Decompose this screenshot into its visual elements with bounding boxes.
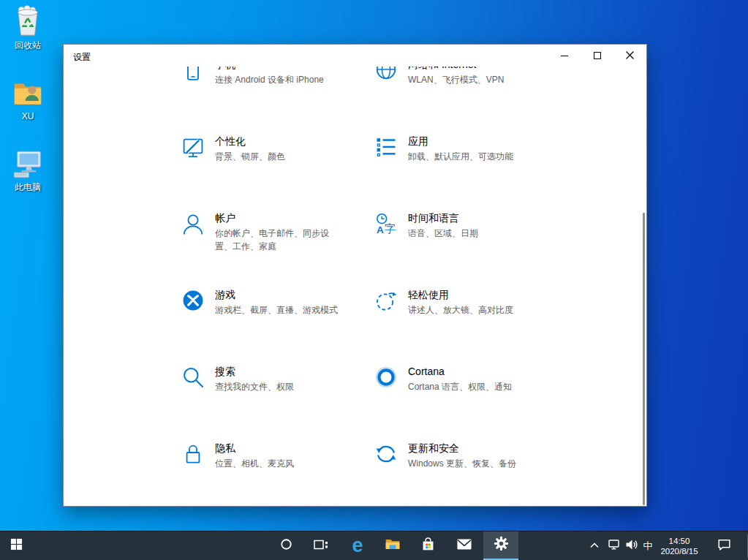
desktop-icon-this-pc[interactable]: 此电脑 [5,147,50,192]
settings-item-title: 帐户 [215,211,341,225]
settings-item-subtitle: 你的帐户、电子邮件、同步设置、工作、家庭 [215,227,341,253]
settings-item-apps[interactable]: 应用卸载、默认应用、可选功能 [375,135,568,211]
settings-gear-icon [494,536,509,554]
chevron-up-icon [589,540,600,553]
settings-item-network[interactable]: 网络和 InternetWLAN、飞行模式、VPN [375,58,568,135]
clock[interactable]: 14:50 2020/8/15 [657,531,702,560]
settings-item-update-security[interactable]: 更新和安全Windows 更新、恢复、备份 [375,442,568,507]
task-view-icon [314,538,328,554]
network-tray-button[interactable] [605,531,624,560]
settings-item-title: 搜索 [215,365,341,379]
desktop-icon-user-folder[interactable]: XU [5,76,50,121]
task-view-button[interactable] [305,531,337,560]
settings-item-personalization[interactable]: 个性化背景、锁屏、颜色 [182,135,375,211]
maximize-icon [594,49,601,62]
settings-item-time-language[interactable]: A字 时间和语言语音、区域、日期 [375,211,568,288]
cortana-taskbar-button[interactable] [270,531,302,560]
settings-item-title: 个性化 [215,135,341,148]
settings-item-subtitle: 位置、相机、麦克风 [215,457,341,470]
minimize-button[interactable] [548,45,581,67]
this-pc-icon [5,147,50,181]
settings-category-grid: 手机连接 Android 设备和 iPhone 网络和 InternetWLAN… [182,58,568,507]
maximize-button[interactable] [581,45,613,67]
settings-item-subtitle: 背景、锁屏、颜色 [215,150,341,163]
settings-item-ease-of-access[interactable]: 轻松使用讲述人、放大镜、高对比度 [375,288,568,365]
taskbar: e 中 14:50 2020/8/15 [0,531,748,560]
store-icon [420,537,436,555]
ime-indicator[interactable]: 中 [639,531,657,560]
settings-item-subtitle: Windows 更新、恢复、备份 [408,457,534,470]
user-folder-icon [5,76,50,110]
store-taskbar-button[interactable] [412,531,444,560]
settings-item-cortana[interactable]: CortanaCortana 语言、权限、通知 [375,365,568,442]
settings-item-title: 时间和语言 [408,211,534,225]
settings-item-title: 更新和安全 [408,442,534,455]
close-icon [626,49,634,62]
minimize-icon [561,49,568,62]
settings-item-gaming[interactable]: 游戏游戏栏、截屏、直播、游戏模式 [182,288,375,365]
settings-item-title: 应用 [408,135,534,148]
settings-item-subtitle: 游戏栏、截屏、直播、游戏模式 [215,303,341,317]
settings-item-accounts[interactable]: 帐户你的帐户、电子邮件、同步设置、工作、家庭 [182,211,375,288]
settings-taskbar-button[interactable] [483,531,518,560]
recycle-bin-icon [5,4,50,39]
settings-item-title: Cortana [408,365,534,379]
network-tray-icon [608,538,622,553]
accounts-icon [182,213,204,235]
time-lang-letter-zi: 字 [385,222,396,235]
settings-item-search[interactable]: 搜索查找我的文件、权限 [182,365,375,442]
settings-item-subtitle: WLAN、飞行模式、VPN [408,73,534,86]
volume-tray-button[interactable] [623,531,641,560]
file-explorer-taskbar-button[interactable] [377,531,409,560]
speaker-icon [625,539,638,553]
update-security-icon [375,443,397,465]
time-lang-letter-a: A [377,224,384,235]
desktop-icon-label: 此电脑 [5,182,50,192]
window-title: 设置 [73,51,91,64]
tray-expand-button[interactable] [584,531,605,560]
settings-window: 手机连接 Android 设备和 iPhone 网络和 InternetWLAN… [63,44,647,507]
mail-taskbar-button[interactable] [448,531,480,560]
settings-item-subtitle: 查找我的文件、权限 [215,380,341,393]
action-center-icon [717,537,732,554]
cortana-circle-icon [280,538,292,553]
personalization-icon [182,136,204,158]
privacy-icon [182,443,204,465]
cortana-icon [375,366,397,388]
edge-icon: e [352,536,363,556]
settings-item-subtitle: 语音、区域、日期 [408,227,534,240]
edge-taskbar-button[interactable]: e [341,531,374,560]
settings-item-title: 游戏 [215,288,341,302]
window-titlebar[interactable]: 设置 [64,45,646,67]
windows-logo-icon [10,538,23,553]
ime-indicator-label: 中 [643,540,653,553]
scrollbar-thumb[interactable] [643,213,645,505]
apps-icon [375,136,397,158]
settings-item-subtitle: 卸载、默认应用、可选功能 [408,150,534,163]
clock-time: 14:50 [669,536,690,546]
settings-item-title: 隐私 [215,442,341,455]
settings-item-phone[interactable]: 手机连接 Android 设备和 iPhone [182,58,375,135]
action-center-button[interactable] [711,531,737,560]
settings-item-subtitle: 讲述人、放大镜、高对比度 [408,303,534,317]
desktop-icon-recycle-bin[interactable]: 回收站 [5,4,50,50]
time-language-icon: A字 [375,213,397,235]
desktop-icon-label: 回收站 [5,40,50,50]
desktop-icon-label: XU [5,111,50,121]
screen: 回收站 XU [0,0,748,560]
start-button[interactable] [0,531,32,560]
search-icon [182,366,204,388]
settings-item-subtitle: 连接 Android 设备和 iPhone [215,73,341,86]
desktop[interactable]: 回收站 XU [0,0,748,531]
file-explorer-icon [385,537,401,554]
ease-of-access-icon [375,290,397,311]
close-button[interactable] [613,45,646,67]
clock-date: 2020/8/15 [660,546,698,556]
settings-item-subtitle: Cortana 语言、权限、通知 [408,380,534,393]
settings-item-privacy[interactable]: 隐私位置、相机、麦克风 [182,442,375,507]
settings-item-title: 轻松使用 [408,288,534,302]
mail-icon [456,538,472,553]
gaming-icon [182,290,204,311]
